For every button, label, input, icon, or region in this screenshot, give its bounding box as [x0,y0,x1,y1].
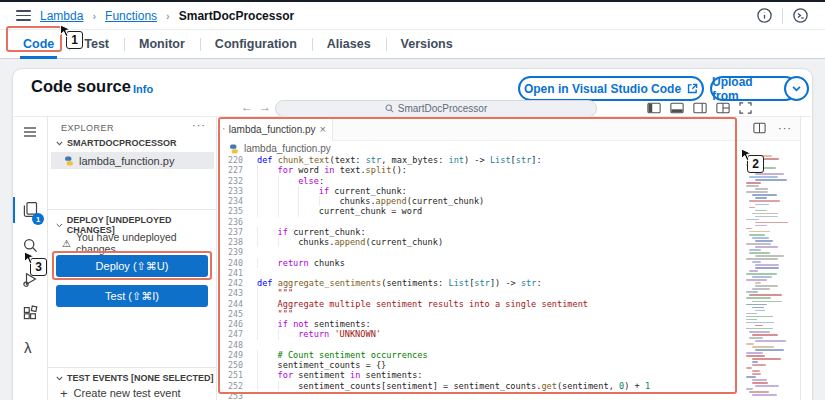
tab-code[interactable]: Code [8,30,69,58]
tab-versions[interactable]: Versions [386,30,468,58]
line-number: 249 [217,350,245,360]
line-number: 232 [217,176,245,186]
code-line: 220def chunk_text(text: str, max_bytes: … [217,155,757,165]
line-number: 244 [217,299,245,309]
code-line: 235current_chunk = word [217,206,757,216]
project-tree-root[interactable]: SMARTDOCPROCESSOR [56,138,177,148]
code-line: 244Aggregate multiple sentiment results … [217,299,757,309]
search-icon [385,104,394,113]
line-number: 246 [217,319,245,329]
code-line: 249# Count sentiment occurrences [217,350,757,360]
line-number: 234 [217,196,245,206]
code-line: 242def aggregate_sentiments(sentiments: … [217,278,757,288]
deploy-button[interactable]: Deploy (⇧⌘U) [56,255,208,277]
chevron-right-icon: › [166,10,170,22]
cloudshell-icon[interactable] [792,7,809,24]
code-line: 232else: [217,176,757,186]
top-navigation: Lambda › Functions › SmartDocProcessor [0,2,825,30]
python-icon [223,124,225,134]
editor-search-input[interactable]: SmartDocProcessor [275,100,597,117]
line-number: 242 [217,278,245,288]
line-number: 238 [217,237,245,247]
divider [48,367,216,368]
code-line: 251for sentiment in sentiments: [217,370,757,380]
code-line: 239 [217,247,757,257]
editor-overflow-icon[interactable]: ··· [778,122,792,134]
code-line: 246if not sentiments: [217,319,757,329]
panel-title: Code source [31,77,131,96]
code-line: 252sentiment_counts[sentiment] = sentime… [217,381,757,391]
code-line: 227for word in text.split(): [217,165,757,175]
python-icon [64,156,74,166]
run-debug-icon[interactable] [22,271,39,288]
fullscreen-icon[interactable] [739,102,752,114]
create-test-event-link[interactable]: + Create new test event [60,387,181,399]
history-back-button[interactable]: ← [241,100,253,114]
minimap[interactable] [746,155,792,400]
breadcrumb-functions[interactable]: Functions [105,9,157,23]
lambda-console: Lambda › Functions › SmartDocProcessor C… [0,0,825,400]
hamburger-menu-icon[interactable] [16,10,31,21]
line-number: 241 [217,268,245,278]
customize-layout-icon[interactable] [716,102,730,114]
history-forward-button[interactable]: → [259,100,271,114]
line-number: 237 [217,227,245,237]
function-tabs: Code Test Monitor Configuration Aliases … [0,30,825,59]
code-line: 243""" [217,288,757,298]
extensions-icon[interactable] [22,305,39,322]
test-events-section-header[interactable]: TEST EVENTS [NONE SELECTED] [56,373,214,383]
code-line: 236 [217,217,757,227]
line-number: 239 [217,247,245,257]
breadcrumb-current: SmartDocProcessor [179,9,294,23]
code-line: 233if current_chunk: [217,186,757,196]
editor-tab-lambda-function[interactable]: lambda_function.py × [217,117,333,141]
editor-breadcrumb[interactable]: lambda_function.py [229,143,331,154]
warning-icon: ⚠ [62,238,71,249]
code-line: 241 [217,268,757,278]
chevron-right-icon: › [92,10,96,22]
active-view-indicator [13,197,15,223]
open-in-vscode-button[interactable]: Open in Visual Studio Code [518,76,704,101]
code-source-panel: Code source Info Open in Visual Studio C… [12,68,813,400]
file-item-lambda-function[interactable]: lambda_function.py [51,152,214,169]
chevron-down-icon [56,376,63,381]
divider [782,8,783,24]
code-area[interactable]: 220def chunk_text(text: str, max_bytes: … [217,155,757,400]
code-line: 240return chunks [217,258,757,268]
tab-test[interactable]: Test [69,30,124,58]
aws-toolkit-icon[interactable]: λ [24,339,32,356]
split-editor-icon[interactable] [753,122,766,134]
chevron-down-icon [56,141,63,146]
explorer-badge: 1 [32,213,44,225]
line-number: 245 [217,309,245,319]
more-actions-button[interactable] [784,76,809,101]
tab-configuration[interactable]: Configuration [200,30,312,58]
breadcrumb-lambda[interactable]: Lambda [40,9,83,23]
tab-monitor[interactable]: Monitor [124,30,200,58]
toggle-sidebar-left-icon[interactable] [647,102,661,114]
toggle-panel-icon[interactable] [670,102,684,114]
explorer-menu-icon[interactable]: ··· [192,119,206,131]
code-line: 248 [217,340,757,350]
line-number: 247 [217,329,245,339]
code-line: 247return 'UNKNOWN' [217,329,757,339]
line-number: 243 [217,288,245,298]
search-icon[interactable] [22,237,39,254]
menu-icon[interactable] [22,125,38,139]
test-button[interactable]: Test (⇧⌘I) [56,285,208,307]
info-icon[interactable] [756,7,773,24]
plus-icon: + [60,388,68,399]
info-link[interactable]: Info [133,83,153,95]
code-line: 237if current_chunk: [217,227,757,237]
tab-aliases[interactable]: Aliases [312,30,386,58]
line-number: 252 [217,381,245,391]
chevron-down-icon [56,223,63,228]
code-line: 250sentiment_counts = {} [217,360,757,370]
divider [48,209,216,210]
line-number: 253 [217,391,245,400]
code-line: 245""" [217,309,757,319]
toggle-sidebar-right-icon[interactable] [693,102,707,114]
line-number: 236 [217,217,245,227]
close-tab-icon[interactable]: × [320,123,326,135]
layout-controls [647,102,752,114]
